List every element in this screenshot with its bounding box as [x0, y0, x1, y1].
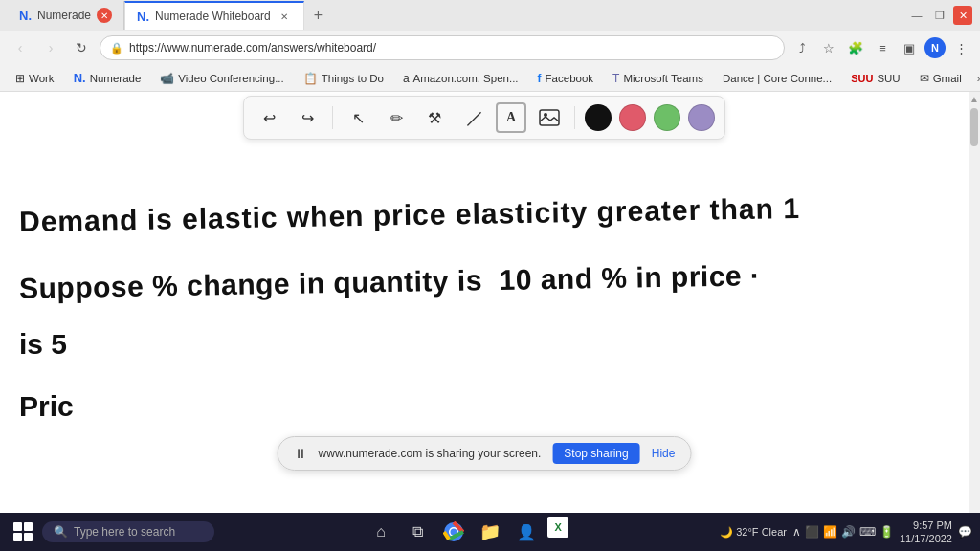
taskbar-people[interactable]: 👤	[511, 517, 542, 547]
start-button[interactable]	[8, 517, 38, 547]
bookmark-teams-label: Microsoft Teams	[623, 73, 703, 84]
todo-icon: 📋	[303, 72, 318, 85]
bookmark-dance[interactable]: Dance | Core Conne...	[715, 71, 839, 86]
forward-button[interactable]: ›	[38, 35, 63, 60]
keyboard-icon[interactable]: ⌨	[859, 525, 876, 539]
stop-sharing-button[interactable]: Stop sharing	[552, 443, 639, 464]
wifi-icon[interactable]: 📶	[823, 525, 837, 539]
refresh-button[interactable]: ↻	[69, 35, 94, 60]
bookmark-numerade[interactable]: N. Numerade	[66, 69, 149, 87]
work-icon: ⊞	[15, 72, 25, 85]
taskbar-taskview[interactable]: ⧉	[402, 517, 433, 547]
toolbar-divider-2	[574, 106, 575, 129]
address-input[interactable]: 🔒 https://www.numerade.com/answers/white…	[100, 35, 785, 60]
whiteboard-line3: is 5	[19, 328, 67, 361]
menu-list-icon[interactable]: ≡	[871, 36, 894, 59]
task-icon[interactable]: ⬛	[805, 525, 819, 539]
amazon-icon: a	[403, 72, 410, 85]
bookmark-gmail-label: Gmail	[933, 73, 962, 84]
hide-button[interactable]: Hide	[652, 447, 676, 460]
close-button[interactable]: ✕	[953, 6, 972, 25]
redo-button[interactable]: ↪	[292, 102, 323, 133]
tab2-close[interactable]: ✕	[277, 9, 292, 24]
extension-icon[interactable]: 🧩	[844, 36, 867, 59]
color-green[interactable]	[654, 104, 680, 131]
color-black[interactable]	[585, 104, 612, 131]
undo-button[interactable]: ↩	[254, 102, 284, 133]
select-tool[interactable]: ↖	[343, 102, 373, 133]
suu-icon: SUU	[851, 73, 873, 84]
taskbar-excel[interactable]: X	[547, 517, 568, 538]
sidebar-icon[interactable]: ▣	[898, 36, 921, 59]
minimize-button[interactable]: —	[907, 6, 926, 25]
tab-numerade[interactable]: N. Numerade ✕	[8, 1, 124, 30]
screen-share-message: www.numerade.com is sharing your screen.	[319, 447, 542, 460]
color-purple[interactable]	[688, 104, 715, 131]
bookmark-dance-label: Dance | Core Conne...	[723, 73, 832, 84]
bookmark-work[interactable]: ⊞ Work	[8, 70, 62, 87]
address-bar-row: ‹ › ↻ 🔒 https://www.numerade.com/answers…	[0, 31, 980, 65]
bookmark-numerade-label: Numerade	[90, 73, 142, 84]
clock-date: 11/17/2022	[900, 532, 952, 545]
tab-numerade-whiteboard[interactable]: N. Numerade Whiteboard ✕	[124, 1, 304, 30]
tools-button[interactable]: ⚒	[419, 102, 450, 133]
tab1-close[interactable]: ✕	[97, 8, 112, 23]
main-content: ↩ ↪ ↖ ✏ ⚒ — A	[0, 92, 980, 513]
taskbar-search-icon: 🔍	[54, 525, 68, 539]
taskbar-right-area: 🌙 32°F Clear ∧ ⬛ 📶 🔊 ⌨ 🔋 9:57 PM 11/17/2…	[720, 518, 972, 546]
bookmark-suu[interactable]: SUU SUU	[843, 71, 908, 86]
title-bar: N. Numerade ✕ N. Numerade Whiteboard ✕ +…	[0, 0, 980, 31]
share-icon[interactable]: ⤴	[791, 36, 813, 59]
scrollbar-right[interactable]: ▲	[969, 92, 980, 513]
maximize-button[interactable]: ❐	[930, 6, 949, 25]
taskbar-search[interactable]: 🔍 Type here to search	[42, 521, 214, 542]
star-icon[interactable]: ☆	[817, 36, 840, 59]
taskbar-apps: ⌂ ⧉ 📁 👤 X	[218, 517, 716, 547]
notifications-icon[interactable]: 💬	[958, 525, 972, 539]
scroll-up-arrow[interactable]: ▲	[969, 94, 979, 104]
weather-text: 32°F Clear	[736, 526, 787, 538]
battery-icon[interactable]: 🔋	[880, 525, 894, 539]
volume-icon[interactable]: 🔊	[841, 525, 856, 539]
image-tool[interactable]	[534, 102, 565, 133]
whiteboard-area[interactable]: ↩ ↪ ↖ ✏ ⚒ — A	[0, 92, 969, 513]
video-conf-icon: 📹	[160, 72, 174, 85]
window-controls: — ❐ ✕	[907, 6, 972, 25]
back-button[interactable]: ‹	[8, 35, 33, 60]
taskbar-chrome[interactable]	[438, 517, 469, 547]
pencil-tool[interactable]: ✏	[381, 102, 412, 133]
bookmark-suu-label: SUU	[877, 73, 900, 84]
tab2-favicon: N.	[137, 10, 149, 24]
scrollbar-thumb[interactable]	[970, 108, 978, 146]
bookmark-gmail[interactable]: ✉ Gmail	[912, 70, 969, 87]
bookmarks-more[interactable]: »	[973, 71, 980, 86]
network-chevron[interactable]: ∧	[792, 525, 801, 539]
bookmarks-bar: ⊞ Work N. Numerade 📹 Video Conferencing.…	[0, 65, 980, 92]
tab1-favicon: N.	[19, 9, 32, 23]
teams-icon: T	[612, 72, 619, 85]
address-right-icons: ⤴ ☆ 🧩 ≡ ▣ N ⋮	[791, 36, 972, 59]
screen-share-icon: ⏸	[294, 446, 307, 461]
weather-widget: 🌙 32°F Clear	[720, 526, 787, 539]
bookmark-facebook[interactable]: f Facebook	[530, 70, 602, 87]
more-options-icon[interactable]: ⋮	[949, 36, 972, 59]
taskbar-explorer[interactable]: 📁	[475, 517, 505, 547]
bookmark-video-conf[interactable]: 📹 Video Conferencing...	[152, 70, 291, 87]
bookmark-teams[interactable]: T Microsoft Teams	[605, 70, 711, 87]
taskbar-cortana[interactable]: ⌂	[366, 517, 396, 547]
color-red[interactable]	[619, 104, 646, 131]
bookmark-amazon[interactable]: a Amazon.com. Spen...	[395, 70, 526, 87]
bookmark-amazon-label: Amazon.com. Spen...	[413, 73, 519, 84]
bookmark-work-label: Work	[29, 73, 55, 84]
image-icon	[539, 109, 560, 126]
system-clock[interactable]: 9:57 PM 11/17/2022	[900, 518, 952, 546]
text-tool[interactable]: A	[496, 102, 526, 133]
bookmark-todo[interactable]: 📋 Things to Do	[296, 70, 391, 87]
line-tool[interactable]: —	[451, 96, 494, 139]
profile-avatar[interactable]: N	[924, 37, 946, 58]
new-tab-button[interactable]: +	[304, 7, 332, 24]
moon-icon: 🌙	[720, 526, 733, 539]
taskbar: 🔍 Type here to search ⌂ ⧉ 📁 👤 X	[0, 513, 980, 551]
whiteboard-line4: Pric	[19, 390, 74, 423]
windows-logo	[13, 522, 33, 541]
